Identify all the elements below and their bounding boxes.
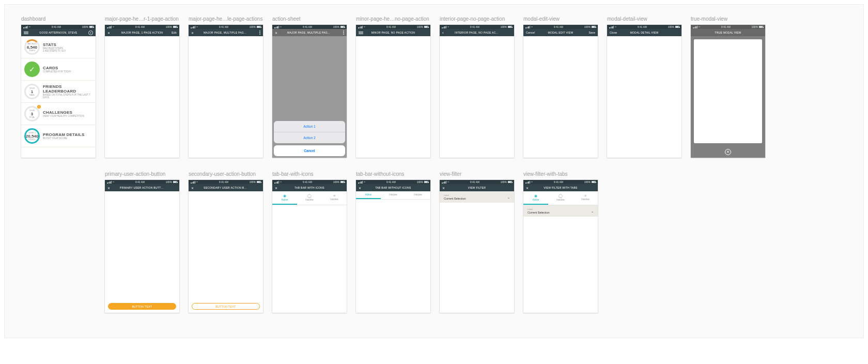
status-bar: ⌔ 9:41 AM 100% — [189, 180, 263, 184]
dashboard-item[interactable]: MAX BUZZ 6,540 STEPS STATS MAX BUZZ STEP… — [21, 36, 96, 58]
battery-pct: 100% — [501, 26, 507, 28]
nav-title: MAJOR PAGE, MULTIPLE PAGE ACTIONS — [285, 31, 334, 34]
close-icon[interactable] — [442, 186, 445, 190]
phone-frame: ⌔ 9:41 AM 100% INTERIOR PAGE, NO PAGE AC… — [440, 25, 514, 158]
battery-icon — [759, 26, 763, 28]
dashboard-item[interactable]: ✓ CARDS COMPLETED FOR TODAY — [21, 58, 96, 81]
artboard-viewfilter[interactable]: view-filter ⌔ 9:41 AM 100% VIEW FILTER L… — [440, 171, 514, 313]
dropdown-icon: ⌄ — [507, 195, 510, 199]
tab[interactable]: Inactive — [381, 191, 406, 199]
artboard-title: major-page-he…le-page-actions — [189, 16, 263, 22]
close-icon[interactable] — [107, 186, 110, 190]
battery-pct: 100% — [668, 26, 674, 28]
artboard-tabicons[interactable]: tab-bar-with-icons ⌔ 9:41 AM 100% TAB BA… — [272, 171, 347, 313]
signal-icon — [525, 181, 530, 184]
status-time: 9:41 AM — [219, 181, 228, 184]
action-sheet-cancel[interactable]: Cancel — [274, 145, 345, 156]
close-icon[interactable] — [275, 186, 277, 190]
artboard-title: action-sheet — [272, 16, 347, 22]
tab[interactable]: ◯ Inactive — [297, 191, 322, 205]
nav-title: INTERIOR PAGE, NO PAGE ACTION — [453, 31, 501, 34]
canvas: dashboard ⌔ 9:41 AM 100% GOOD AFTERNOON,… — [4, 4, 864, 338]
tab[interactable]: Inactive — [406, 191, 430, 199]
phone-frame: ⌔ 9:41 AM 100% MAJOR PAGE, MULTIPLE PAGE… — [272, 25, 347, 158]
nav-title: VIEW FILTER WITH TABS — [536, 186, 585, 189]
close-icon[interactable] — [191, 31, 194, 35]
tab[interactable]: ≡ Inactive — [322, 191, 347, 205]
secondary-button[interactable]: BUTTON TEXT — [192, 303, 260, 310]
artboard-tabnoicons[interactable]: tab-bar-without-icons ⌔ 9:41 AM 100% TAB… — [356, 171, 430, 313]
artboard-major2[interactable]: major-page-he…le-page-actions ⌔ 9:41 AM … — [189, 16, 263, 158]
artboard-truemodal[interactable]: true-modal-view ⌔ 9:41 AM 100% TRUE MODA… — [691, 16, 765, 158]
dashboard-item[interactable]: LEVEL 4 20,540 POINTS PROGRAM DETAILS BO… — [21, 125, 96, 147]
artboard-title: major-page-he…r-1-page-action — [105, 16, 179, 22]
artboard-primarybtn[interactable]: primary-user-action-button ⌔ 9:41 AM 100… — [105, 171, 179, 313]
menu-icon[interactable] — [24, 32, 28, 34]
filter-value: Current Selection — [528, 211, 550, 214]
close-circle-icon: ✕ — [725, 149, 731, 155]
item-subtitle: BOOST YOUR SCORE — [43, 137, 85, 140]
artboard-major1[interactable]: major-page-he…r-1-page-action ⌔ 9:41 AM … — [105, 16, 179, 158]
tab-bar: Active Inactive Inactive — [356, 191, 430, 200]
nav-bar: MAJOR PAGE, MULTIPLE PAGE ACTIONS — [189, 29, 263, 36]
artboard-viewfiltertabs[interactable]: view-filter-with-tabs ⌔ 9:41 AM 100% VIE… — [523, 171, 598, 313]
dashboard-item[interactable]: YOUR 1 RANK FRIENDS LEADERBOARD BASED ON… — [21, 81, 96, 103]
close-icon[interactable] — [359, 186, 361, 190]
nav-left-text[interactable]: Close — [610, 31, 617, 34]
nav-bar: VIEW FILTER WITH TABS — [523, 184, 598, 191]
artboard-dashboard[interactable]: dashboard ⌔ 9:41 AM 100% GOOD AFTERNOON,… — [21, 16, 96, 158]
tab-label: Active — [365, 193, 371, 196]
tab[interactable]: ◉ Active — [272, 191, 297, 205]
tab[interactable]: ◉ Active — [523, 191, 548, 205]
close-icon[interactable] — [107, 31, 110, 35]
more-icon[interactable] — [343, 31, 344, 35]
artboard-actionsheet[interactable]: action-sheet ⌔ 9:41 AM 100% MAJOR PAGE, … — [272, 16, 347, 158]
artboard-modaledit[interactable]: modal-edit-view ⌔ 9:41 AM 100% Cancel MO… — [523, 16, 598, 158]
nav-right-text[interactable]: Edit — [172, 31, 177, 34]
item-title: STATS — [43, 42, 66, 47]
artboard-minor[interactable]: minor-page-he…no-page-action ⌔ 9:41 AM 1… — [356, 16, 430, 158]
menu-icon[interactable] — [359, 32, 363, 34]
action-sheet-button[interactable]: Action 1 — [274, 121, 345, 132]
battery-pct: 100% — [166, 26, 172, 28]
tab-icon: ◯ — [549, 194, 572, 198]
wifi-icon: ⌔ — [364, 180, 365, 184]
empty-body — [105, 36, 179, 158]
nav-title: VIEW FILTER — [453, 186, 501, 189]
artboard-modaldetail[interactable]: modal-detail-view ⌔ 9:41 AM 100% Close M… — [607, 16, 681, 158]
tab[interactable]: ≡ Inactive — [573, 191, 598, 205]
nav-left-text[interactable]: Cancel — [526, 31, 535, 34]
battery-icon — [173, 181, 177, 183]
close-icon[interactable] — [191, 186, 194, 190]
tab-label: Inactive — [389, 193, 397, 196]
primary-button[interactable]: BUTTON TEXT — [108, 303, 176, 310]
close-icon[interactable] — [526, 186, 529, 190]
phone-frame: ⌔ 9:41 AM 100% TAB BAR WITH ICONS ◉ Acti… — [272, 180, 347, 313]
status-bar: ⌔ 9:41 AM 100% — [607, 25, 681, 29]
filter-bar[interactable]: Label Current Selection ⌄ — [440, 191, 514, 203]
artboard-secondarybtn[interactable]: secondary-user-action-button ⌔ 9:41 AM 1… — [189, 171, 263, 313]
forward-icon[interactable] — [88, 31, 93, 35]
signal-icon — [274, 26, 279, 28]
back-icon[interactable] — [442, 31, 444, 35]
tab[interactable]: Active — [356, 191, 381, 199]
modal-close-bar[interactable]: ✕ — [691, 146, 765, 158]
filter-bar[interactable]: Label Current Selection ⌄ — [523, 205, 598, 217]
nav-bar: VIEW FILTER — [440, 184, 514, 191]
nav-right-text[interactable]: Save — [588, 31, 595, 34]
more-icon[interactable] — [259, 31, 260, 35]
action-sheet-button[interactable]: Action 2 — [274, 132, 345, 143]
nav-bar: GOOD AFTERNOON, STEVE — [21, 29, 96, 36]
tab[interactable]: ◯ Inactive — [548, 191, 573, 205]
status-bar: ⌔ 9:41 AM 100% — [189, 25, 263, 29]
wifi-icon: ⌔ — [447, 180, 449, 184]
close-icon[interactable] — [275, 31, 277, 35]
artboard-interior[interactable]: interior-page-no-page-action ⌔ 9:41 AM 1… — [440, 16, 514, 158]
dashboard-item[interactable]: YOUR 3 TOTAL 1 CHALLENGES VIEW YOUR HEAL… — [21, 103, 96, 125]
item-title: FRIENDS LEADERBOARD — [43, 84, 92, 94]
nav-bar: PRIMARY USER ACTION BUTTON — [105, 184, 179, 191]
wifi-icon: ⌔ — [280, 25, 282, 28]
action-sheet-scrim[interactable]: MAJOR PAGE, MULTIPLE PAGE ACTIONS Action… — [272, 29, 347, 158]
battery-icon — [340, 26, 345, 28]
filter-label: Label — [528, 208, 550, 210]
